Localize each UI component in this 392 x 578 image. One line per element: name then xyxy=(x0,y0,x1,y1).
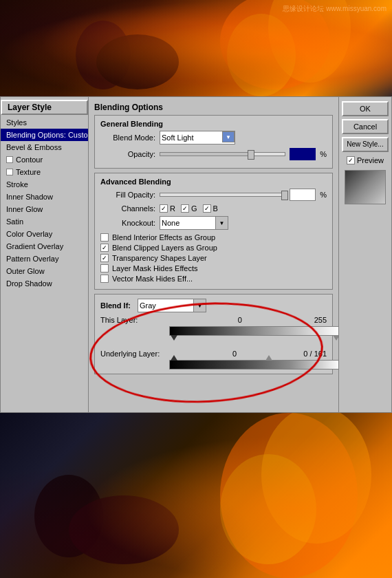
opacity-thumb[interactable] xyxy=(248,150,254,160)
svg-point-4 xyxy=(96,34,179,89)
this-layer-max: 255 xyxy=(314,316,327,324)
channel-r-label: R xyxy=(170,204,175,213)
cancel-button[interactable]: Cancel xyxy=(342,119,389,134)
sidebar-item-inner-glow[interactable]: Inner Glow xyxy=(1,203,88,215)
channels-group: R G B xyxy=(160,204,218,213)
blend-if-label: Blend If: xyxy=(100,301,131,310)
svg-point-7 xyxy=(220,454,316,564)
preview-row: ✓ Preview xyxy=(347,156,384,164)
sidebar-item-outer-glow[interactable]: Outer Glow xyxy=(1,265,88,277)
vector-mask-checkbox[interactable] xyxy=(100,275,109,283)
sidebar-item-styles-label: Styles xyxy=(6,118,27,127)
svg-point-3 xyxy=(76,21,131,89)
blend-if-channel-arrow[interactable]: ▼ xyxy=(193,299,206,312)
fill-opacity-input[interactable]: 100 xyxy=(290,189,316,201)
sidebar-item-inner-glow-label: Inner Glow xyxy=(6,205,43,213)
sidebar-item-satin-label: Satin xyxy=(6,217,23,226)
sidebar-item-texture[interactable]: Texture xyxy=(1,166,88,178)
underlying-left-thumb[interactable] xyxy=(171,353,177,363)
this-layer-left-thumb[interactable] xyxy=(171,333,177,343)
texture-checkbox[interactable] xyxy=(6,169,13,175)
channel-b-item: B xyxy=(203,204,218,213)
sidebar-item-stroke[interactable]: Stroke xyxy=(1,178,88,191)
opacity-input[interactable]: 70 xyxy=(290,148,316,160)
sidebar-item-styles[interactable]: Styles xyxy=(1,116,88,129)
channel-r-checkbox[interactable] xyxy=(160,204,168,213)
sidebar-item-contour-label: Contour xyxy=(16,156,43,164)
underlying-layer-slider[interactable] xyxy=(169,360,338,370)
knockout-arrow[interactable]: ▼ xyxy=(215,217,228,229)
svg-point-2 xyxy=(227,14,296,96)
chevron-down-icon: ▼ xyxy=(226,134,231,140)
this-layer-right-thumb[interactable] xyxy=(333,333,338,343)
sidebar-item-satin[interactable]: Satin xyxy=(1,215,88,228)
blend-interior-row: Blend Interior Effects as Group xyxy=(100,233,327,242)
fill-opacity-slider-track[interactable] xyxy=(160,193,285,197)
opacity-fill xyxy=(160,153,248,156)
blend-clipped-label: Blend Clipped Layers as Group xyxy=(112,244,217,252)
sidebar-item-bevel-emboss[interactable]: Bevel & Emboss xyxy=(1,141,88,153)
this-layer-group: This Layer: 0 255 xyxy=(100,316,327,336)
blend-clipped-row: Blend Clipped Layers as Group xyxy=(100,244,327,252)
sidebar-item-gradient-overlay[interactable]: Gradient Overlay xyxy=(1,240,88,253)
right-panel: OK Cancel New Style... ✓ Preview xyxy=(338,96,392,413)
opacity-row: Opacity: 70 % xyxy=(100,148,327,160)
blend-if-channel-value: Gray xyxy=(140,301,170,310)
underlying-layer-header: Underlying Layer: 0 0 / 161 xyxy=(100,350,327,358)
sidebar-item-blending-options[interactable]: Blending Options: Custom xyxy=(1,129,88,141)
sidebar-item-pattern-overlay[interactable]: Pattern Overlay xyxy=(1,253,88,265)
underlying-layer-label: Underlying Layer: xyxy=(100,350,166,358)
knockout-dropdown[interactable]: None ▼ xyxy=(160,216,228,230)
svg-point-6 xyxy=(261,406,371,544)
sidebar-item-inner-shadow[interactable]: Inner Shadow xyxy=(1,191,88,203)
sidebar-item-gradient-overlay-label: Gradient Overlay xyxy=(6,242,63,250)
blend-clipped-checkbox[interactable] xyxy=(100,244,109,252)
this-layer-slider[interactable] xyxy=(169,326,338,336)
sidebar-item-contour[interactable]: Contour xyxy=(1,153,88,166)
channel-g-item: G xyxy=(181,204,197,213)
blend-mode-arrow[interactable]: ▼ xyxy=(222,131,235,142)
spacer xyxy=(100,336,327,345)
sidebar-item-drop-shadow[interactable]: Drop Shadow xyxy=(1,277,88,290)
channel-g-checkbox[interactable] xyxy=(181,204,189,213)
transparency-shapes-checkbox[interactable] xyxy=(100,254,109,262)
sidebar: Layer Style Styles Blending Options: Cus… xyxy=(0,96,88,413)
vector-mask-row: Vector Mask Hides Eff... xyxy=(100,275,327,283)
blend-interior-checkbox[interactable] xyxy=(100,233,109,242)
sidebar-item-outer-glow-label: Outer Glow xyxy=(6,267,45,275)
blend-mode-dropdown[interactable]: Soft Light ▼ xyxy=(160,131,235,144)
ok-button[interactable]: OK xyxy=(342,101,389,116)
opacity-slider-track[interactable] xyxy=(160,152,285,156)
channel-r-item: R xyxy=(160,204,175,213)
watermark: 思缘设计论坛 www.missyuan.com xyxy=(283,4,386,14)
knockout-label: Knockout: xyxy=(100,219,155,227)
preview-label: Preview xyxy=(357,156,384,164)
dialog-title: Layer Style xyxy=(1,100,88,115)
channel-b-checkbox[interactable] xyxy=(203,204,211,213)
sidebar-item-pattern-overlay-label: Pattern Overlay xyxy=(6,255,58,263)
preview-checkbox[interactable]: ✓ xyxy=(347,156,355,164)
fill-opacity-thumb[interactable] xyxy=(281,191,288,200)
sidebar-item-inner-shadow-label: Inner Shadow xyxy=(6,193,53,201)
blend-mode-row: Blend Mode: Soft Light ▼ xyxy=(100,131,327,144)
layer-mask-label: Layer Mask Hides Effects xyxy=(112,264,198,272)
this-layer-min: 0 xyxy=(171,316,309,324)
background-top: 思缘设计论坛 www.missyuan.com xyxy=(0,0,392,107)
contour-checkbox[interactable] xyxy=(6,156,13,163)
opacity-slider-container xyxy=(160,152,285,156)
fill-opacity-percent: % xyxy=(320,191,327,199)
this-layer-header: This Layer: 0 255 xyxy=(100,316,327,324)
underlying-right-thumb[interactable] xyxy=(265,353,272,363)
general-blending-section: General Blending Blend Mode: Soft Light … xyxy=(94,115,333,169)
channel-g-label: G xyxy=(191,204,197,213)
sidebar-item-color-overlay[interactable]: Color Overlay xyxy=(1,228,88,240)
sidebar-item-bevel-label: Bevel & Emboss xyxy=(6,143,62,151)
knockout-value: None xyxy=(162,219,193,227)
new-style-button[interactable]: New Style... xyxy=(342,137,389,152)
svg-point-9 xyxy=(69,495,179,564)
opacity-label: Opacity: xyxy=(100,150,155,158)
underlying-layer-gradient-bar xyxy=(169,360,338,370)
blend-if-channel-dropdown[interactable]: Gray ▼ xyxy=(138,299,206,312)
layer-mask-checkbox[interactable] xyxy=(100,264,109,272)
this-layer-label: This Layer: xyxy=(100,316,166,324)
